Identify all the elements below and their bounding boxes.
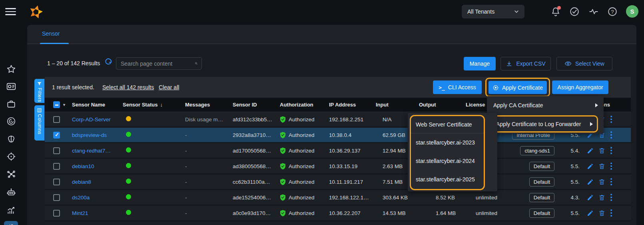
table-row[interactable]: ctang-redhat7… - ad170050568… Authorized…	[45, 143, 631, 159]
delete-trash-icon[interactable]	[598, 209, 605, 217]
cases-briefcase-icon[interactable]	[6, 99, 16, 109]
delete-trash-icon[interactable]	[598, 178, 605, 185]
col-header-ip-address[interactable]: IP Address	[329, 102, 376, 108]
more-options-icon[interactable]	[610, 115, 612, 123]
edit-pencil-icon[interactable]	[587, 179, 594, 185]
edit-pencil-icon[interactable]	[587, 147, 594, 154]
delete-trash-icon[interactable]	[598, 147, 605, 154]
profile-badge: Default	[529, 177, 554, 187]
delete-trash-icon[interactable]	[598, 163, 605, 170]
certificate-submenu: Web Server Certificate star.stellarcyber…	[408, 113, 497, 191]
assign-aggregator-button[interactable]: Assign Aggregator	[552, 80, 608, 94]
notifications-bell-icon[interactable]	[550, 6, 561, 17]
help-icon[interactable]: ?	[607, 6, 618, 17]
more-options-icon[interactable]	[610, 147, 612, 155]
favorites-star-icon[interactable]	[6, 64, 16, 74]
apply-certificate-button[interactable]: Apply Certificate	[488, 81, 547, 94]
ip-cell: 192.168.122.1…	[329, 195, 376, 201]
row-checkbox[interactable]	[53, 194, 60, 201]
col-header-output[interactable]: Output	[419, 102, 466, 108]
menu-item-apply-ca-certificate[interactable]: Apply CA Certificate	[487, 96, 604, 115]
edit-pencil-icon[interactable]	[587, 210, 594, 217]
col-header-authorization[interactable]: Authorization	[280, 102, 329, 108]
reports-chart-icon[interactable]	[6, 205, 16, 215]
cli-access-button[interactable]: >_ CLI Access	[433, 80, 482, 94]
sensor-name-link[interactable]: Mint21	[72, 210, 88, 216]
authorization-cell: Authorized	[280, 163, 329, 170]
system-health-pulse-icon[interactable]	[588, 6, 599, 17]
col-header-sensor-status[interactable]: Sensor Status↓	[123, 102, 185, 108]
automation-robot-icon[interactable]	[6, 187, 16, 197]
table-row[interactable]: debian8 - cc62b31100a… Authorized 10.11.…	[45, 175, 631, 190]
tab-sensor[interactable]: Sensor	[42, 30, 60, 37]
menu-hamburger-icon[interactable]	[5, 8, 16, 15]
more-options-icon[interactable]	[610, 209, 612, 217]
messages-cell: -	[185, 132, 233, 138]
submenu-item-web-server-certificate[interactable]: Web Server Certificate	[411, 116, 484, 133]
left-nav-sidebar	[0, 23, 22, 225]
refresh-icon[interactable]	[104, 58, 113, 67]
connections-graph-icon[interactable]	[6, 169, 16, 179]
dashboards-icon[interactable]	[6, 81, 16, 92]
tasks-check-icon[interactable]	[569, 6, 580, 17]
input-cell: 14.53 MB	[376, 210, 419, 216]
select-view-button[interactable]: Select View	[556, 57, 612, 70]
submenu-item-cert-2024[interactable]: star.stellarcyber.ai-2024	[411, 152, 484, 170]
sensor-name-link[interactable]: bdspreview-ds	[72, 132, 107, 138]
detections-radar-icon[interactable]	[6, 116, 16, 127]
select-all-checkbox[interactable]	[53, 101, 60, 108]
table-row[interactable]: Mint21 - a0c0e93d170… Authorized 10.36.2…	[45, 206, 631, 221]
delete-trash-icon[interactable]	[598, 194, 605, 201]
user-avatar[interactable]: S	[626, 5, 638, 18]
col-header-sensor-name[interactable]: Sensor Name	[72, 102, 123, 108]
row-checkbox[interactable]	[53, 210, 60, 217]
results-count: 1 – 20 of 142 Results	[47, 60, 100, 66]
messages-cell: -	[185, 163, 233, 169]
tenant-selector[interactable]: All Tenants	[462, 5, 524, 18]
search-icon[interactable]	[195, 60, 198, 67]
version-cell: 5.5.	[558, 163, 584, 169]
svg-text:?: ?	[611, 9, 614, 15]
sensor-name-link[interactable]: Corp-AD-Server	[72, 117, 111, 123]
more-options-icon[interactable]	[610, 193, 612, 201]
submenu-item-cert-2023[interactable]: star.stellarcyber.ai-2023	[411, 133, 484, 152]
edit-pencil-icon[interactable]	[587, 163, 594, 170]
ip-cell: 10.33.15.19	[329, 163, 376, 169]
select-all-link[interactable]: Select all 142 results	[102, 84, 154, 90]
ai-brain-icon[interactable]	[6, 134, 16, 145]
more-options-icon[interactable]	[610, 162, 612, 170]
table-row[interactable]: ds200a - ade15254006… Authorized 192.168…	[45, 190, 631, 206]
search-input[interactable]	[116, 60, 195, 67]
row-checkbox[interactable]	[53, 163, 60, 170]
hunt-crosshair-icon[interactable]	[6, 151, 16, 162]
menu-item-apply-certificate-log-forwarder[interactable]: Apply Certificate to Log Forwarder	[490, 115, 598, 133]
selected-count-text: 1 result selected.	[52, 84, 94, 90]
row-actions	[584, 193, 631, 201]
edit-pencil-icon[interactable]	[587, 194, 594, 201]
sensor-name-link[interactable]: ds200a	[72, 195, 90, 201]
export-csv-button[interactable]: Export CSV	[500, 57, 551, 70]
sensor-name-link[interactable]: debian10	[72, 163, 94, 169]
table-row[interactable]: debian10 - ad380050568… Authorized 10.33…	[45, 159, 631, 175]
more-options-icon[interactable]	[610, 178, 612, 186]
col-header-messages[interactable]: Messages	[185, 102, 233, 108]
sensor-name-link[interactable]: debian8	[72, 179, 91, 185]
sensor-name-link[interactable]: ctang-redhat7…	[72, 148, 111, 154]
row-checkbox[interactable]	[53, 132, 60, 139]
select-menu-caret-icon[interactable]: ▾	[63, 102, 65, 107]
col-header-sensor-id[interactable]: Sensor ID	[233, 102, 280, 108]
col-header-input[interactable]: Input	[376, 102, 419, 108]
authorization-cell: Authorized	[280, 132, 329, 139]
row-checkbox[interactable]	[53, 179, 60, 185]
clear-all-link[interactable]: Clear all	[159, 84, 179, 90]
manage-button[interactable]: Manage	[464, 57, 496, 70]
row-checkbox[interactable]	[53, 116, 60, 123]
more-options-icon[interactable]	[610, 131, 612, 139]
filters-side-tab[interactable]: Filters	[34, 79, 44, 103]
submenu-item-cert-2025[interactable]: star.stellarcyber.ai-2025	[411, 170, 484, 189]
columns-side-tab[interactable]: Columns	[34, 105, 44, 141]
settings-gear-icon[interactable]	[6, 223, 16, 225]
apply-certificate-menu: Apply CA Certificate Apply Certificate t…	[487, 96, 604, 134]
sensor-id-cell: cc62b31100a…	[233, 179, 280, 185]
row-checkbox[interactable]	[53, 147, 60, 154]
